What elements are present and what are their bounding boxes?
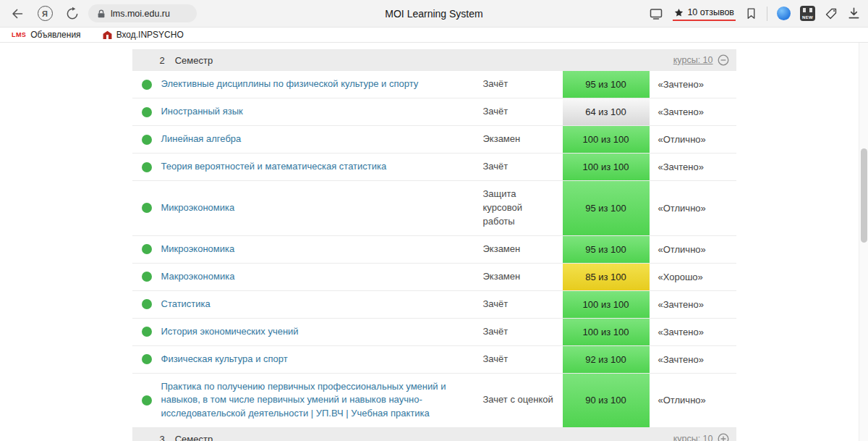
reviews-badge[interactable]: 10 отзывов [673,6,736,21]
score-cell: 100 из 100 [563,126,650,153]
score-cell: 95 из 100 [563,71,650,98]
courses-count-link: курсы: 10 [673,434,713,441]
url-text: lms.moi.edu.ru [111,9,170,19]
score-cell: 100 из 100 [563,291,650,318]
download-icon[interactable] [847,7,861,20]
grade-text: «Отлично» [650,395,736,406]
grade-text: «Зачтено» [650,79,736,90]
assessment-type: Зачёт [483,154,563,180]
grade-text: «Отлично» [650,244,736,255]
table-row: Статистика Зачёт 100 из 100 «Зачтено» [132,291,736,319]
score-badge: 100 из 100 [563,126,650,153]
course-link[interactable]: Макроэкономика [161,264,483,290]
course-link[interactable]: Линейная алгебра [161,126,483,153]
assessment-type: Экзамен [483,236,563,263]
course-link[interactable]: Практика по получению первичных професси… [161,374,483,428]
course-link[interactable]: Теория вероятностей и математическая ста… [161,154,483,180]
status-dot-icon [142,203,152,213]
new-badge-label: NEW [802,15,813,20]
semester-title: Семестр [175,55,213,66]
grade-text: «Зачтено» [650,327,736,337]
collapse-icon [718,54,729,66]
assessment-type: Защита курсовой работы [483,181,563,235]
grade-text: «Зачтено» [650,354,736,365]
table-row: Теория вероятностей и математическая ста… [132,154,736,181]
semester-3-courses-toggle[interactable]: курсы: 10 [673,433,729,441]
bookmark-inpsycho[interactable]: Вход.INPSYCHO [103,30,184,40]
course-link[interactable]: Элективные дисциплины по физической куль… [161,71,483,98]
course-link[interactable]: Статистика [161,291,483,318]
course-link[interactable]: Иностранный язык [161,98,483,125]
grade-text: «Зачтено» [650,299,736,310]
score-badge: 95 из 100 [563,236,650,263]
course-link[interactable]: История экономических учений [161,319,483,345]
score-badge: 90 из 100 [563,374,650,428]
assessment-type: Зачёт [483,319,563,345]
score-cell: 64 из 100 [563,98,650,125]
semester-2-header: 2 Семестр курсы: 10 [132,49,736,71]
back-arrow-icon [9,6,25,22]
assessment-type: Зачет с оценкой [483,387,563,413]
status-dot-icon [142,327,152,337]
table-row: Микроэкономика Защита курсовой работы 95… [132,181,736,236]
collections-tag-icon[interactable] [825,7,838,20]
assessment-type: Экзамен [483,264,563,290]
yandex-home-button[interactable]: Я [35,4,55,24]
semester-2-courses-toggle[interactable]: курсы: 10 [673,54,729,66]
browser-globe-icon[interactable] [777,7,791,20]
grade-text: «Отлично» [650,203,736,214]
table-row: Элективные дисциплины по физической куль… [132,71,736,98]
table-row: Микроэкономика Экзамен 95 из 100 «Отличн… [132,236,736,264]
assessment-type: Зачёт [483,98,563,125]
semester-title: Семестр [175,434,213,441]
bookmark-icon[interactable] [745,7,757,20]
yandex-logo-icon: Я [38,6,53,21]
grade-text: «Хорошо» [650,272,736,282]
status-dot-icon [142,272,152,282]
address-bar[interactable]: lms.moi.edu.ru [88,4,197,22]
grade-text: «Отлично» [650,134,736,145]
status-dot-icon [142,80,152,90]
tab-panel-icon[interactable] [649,7,663,21]
score-cell: 95 из 100 [563,236,650,263]
star-icon [674,8,684,17]
status-dot-icon [142,354,152,364]
score-badge: 92 из 100 [563,346,650,373]
expand-icon [718,433,729,441]
course-link[interactable]: Микроэкономика [161,195,483,222]
score-badge: 64 из 100 [563,98,650,125]
assessment-type: Зачёт [483,346,563,373]
browser-topbar: Я lms.moi.edu.ru MOI Learning System [0,0,868,28]
toolbar-divider [767,7,767,21]
course-link[interactable]: Микроэкономика [161,236,483,263]
status-dot-icon [142,162,152,172]
semester-3-header: 3 Семестр курсы: 10 [132,428,736,441]
grade-text: «Зачтено» [650,161,736,172]
course-link[interactable]: Физическая культура и спорт [161,346,483,373]
status-dot-icon [142,244,152,254]
score-cell: 100 из 100 [563,154,650,180]
bookmark-lms-announcements[interactable]: LMS Объявления [12,30,81,40]
score-cell: 95 из 100 [563,181,650,235]
inpsycho-favicon [103,30,112,40]
status-dot-icon [142,135,152,145]
score-cell: 92 из 100 [563,346,650,373]
lock-icon [96,9,106,19]
status-dot-icon [142,395,152,406]
refresh-button[interactable] [62,4,82,24]
grades-table: 2 Семестр курсы: 10 Элективные дисциплин… [132,49,736,441]
scrollbar-thumb[interactable] [861,148,867,243]
assessment-type: Экзамен [483,126,563,153]
grade-text: «Зачтено» [650,106,736,117]
score-badge: 85 из 100 [563,264,650,290]
new-feature-icon[interactable]: NEW [800,6,815,21]
scrollbar[interactable] [859,43,868,441]
assessment-type: Зачёт [483,291,563,318]
assessment-type: Зачёт [483,71,563,98]
bookmarks-bar: LMS Объявления Вход.INPSYCHO [0,28,868,43]
status-dot-icon [142,299,152,309]
score-badge: 100 из 100 [563,319,650,345]
back-button[interactable] [7,4,27,24]
score-badge: 95 из 100 [563,71,650,98]
page-content: 2 Семестр курсы: 10 Элективные дисциплин… [0,43,868,441]
